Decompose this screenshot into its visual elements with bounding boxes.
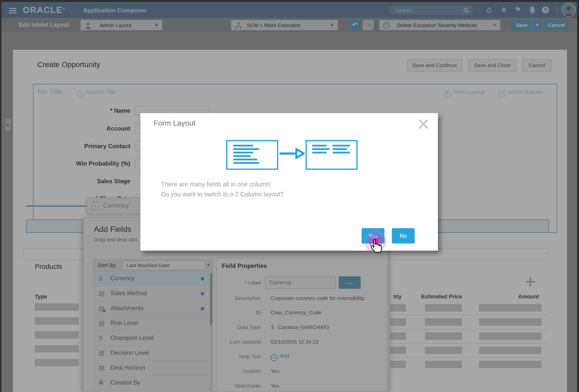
one-column-layout-icon	[226, 140, 278, 170]
no-button[interactable]: No	[392, 228, 415, 243]
application-composer-window: ORACLE® Application Composer ⌂ ★ ⚑ ? Edi…	[0, 0, 579, 392]
dialog-message-line2: Do you want to switch to a 2 Column layo…	[161, 191, 284, 198]
close-icon[interactable]	[418, 119, 429, 130]
dialog-message-line1: There are many fields all in one column!	[161, 181, 271, 188]
two-column-layout-icon	[305, 140, 358, 170]
arrow-right-icon	[279, 148, 305, 159]
hand-cursor	[371, 239, 384, 255]
form-layout-dialog: Form Layout There are many fields all in…	[140, 113, 438, 251]
dialog-title: Form Layout	[154, 119, 195, 127]
